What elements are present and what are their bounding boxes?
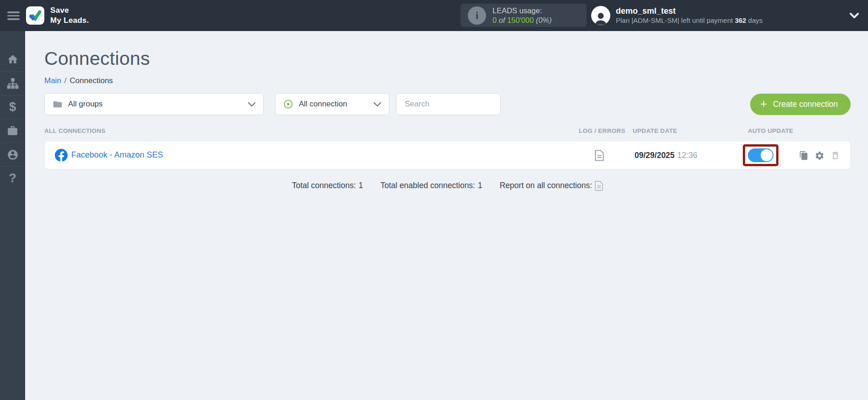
top-bar: Save My Leads. i LEADS usage: 0 of 150'0… <box>0 0 868 31</box>
logo-line2: My Leads. <box>50 16 89 26</box>
facebook-icon <box>55 149 68 162</box>
sidebar-item-home[interactable] <box>0 47 25 71</box>
logo-line1: Save <box>50 5 89 16</box>
column-header-all-connections: ALL CONNECTIONS <box>44 127 106 134</box>
username: demo_sml_test <box>616 6 762 16</box>
play-circle-icon <box>284 100 293 109</box>
leads-usage-value: 0 of 150'000 (0%) <box>492 16 552 25</box>
connection-name-link[interactable]: Facebook - Amazon SES <box>71 150 163 160</box>
user-circle-icon <box>7 149 19 161</box>
update-date-value: 09/29/2025 <box>635 151 675 160</box>
column-header-auto-update: AUTO UPDATE <box>748 127 794 134</box>
row-actions <box>799 150 840 161</box>
briefcase-icon <box>7 125 18 137</box>
summary-row: Total connections:1 Total enabled connec… <box>44 180 851 190</box>
total-enabled-connections-value: 1 <box>478 181 482 190</box>
toggle-knob <box>761 149 773 161</box>
breadcrumb: Main/Connections <box>44 76 851 85</box>
breadcrumb-separator: / <box>64 76 67 85</box>
sidebar-item-services[interactable] <box>0 119 25 142</box>
sidebar-item-profile[interactable] <box>0 142 25 166</box>
dollar-icon: $ <box>9 101 16 113</box>
table-header: ALL CONNECTIONS LOG / ERRORS UPDATE DATE… <box>44 127 851 136</box>
info-icon: i <box>468 6 486 25</box>
folder-icon <box>53 100 62 108</box>
connection-type-dropdown[interactable]: All connection <box>275 93 389 115</box>
home-icon <box>7 53 19 65</box>
highlight-box <box>743 144 778 166</box>
column-header-log-errors: LOG / ERRORS <box>579 127 625 134</box>
report-all-connections: Report on all connections: <box>500 180 603 190</box>
groups-dropdown[interactable]: All groups <box>44 93 264 115</box>
log-document-icon[interactable] <box>595 150 604 161</box>
update-date: 09/29/202512:36 <box>635 151 697 160</box>
update-time-value: 12:36 <box>677 151 698 160</box>
total-connections: Total connections:1 <box>292 181 363 190</box>
sidebar-item-billing[interactable]: $ <box>0 95 25 119</box>
copy-icon[interactable] <box>799 150 809 161</box>
sitemap-icon <box>7 78 19 89</box>
sidebar-item-help[interactable]: ? <box>0 166 25 190</box>
plus-icon: + <box>760 98 767 110</box>
column-header-update-date: UPDATE DATE <box>633 127 677 134</box>
user-icon <box>593 11 609 25</box>
breadcrumb-main-link[interactable]: Main <box>44 76 61 85</box>
gear-icon[interactable] <box>815 151 825 161</box>
chevron-down-icon <box>248 102 256 107</box>
report-document-icon[interactable] <box>595 181 603 191</box>
auto-update-toggle[interactable] <box>748 148 773 162</box>
main-content: Connections Main/Connections All groups … <box>25 31 868 400</box>
checkmark-icon <box>29 10 42 21</box>
sidebar: $ ? <box>0 31 25 400</box>
filters-row: All groups All connection + Create conne… <box>44 93 851 115</box>
total-connections-value: 1 <box>359 181 363 190</box>
leads-usage-panel: i LEADS usage: 0 of 150'000 (0%) <box>460 4 587 27</box>
leads-usage-label: LEADS usage: <box>492 6 552 16</box>
total-enabled-connections: Total enabled connections:1 <box>381 181 482 190</box>
hamburger-menu-icon[interactable] <box>7 11 20 20</box>
search-box <box>396 93 501 115</box>
page-title: Connections <box>44 48 851 69</box>
plan-info: Plan |ADM-SML-SM| left until payment 362… <box>616 16 762 25</box>
logo-wordmark[interactable]: Save My Leads. <box>50 5 89 26</box>
avatar <box>591 6 610 25</box>
trash-icon[interactable] <box>831 150 840 161</box>
create-connection-label: Create connection <box>773 100 838 109</box>
create-connection-button[interactable]: + Create connection <box>750 94 851 115</box>
table-row: Facebook - Amazon SES 09/29/202512:36 <box>44 141 851 169</box>
search-input[interactable] <box>396 93 501 115</box>
connection-type-dropdown-value: All connection <box>299 100 347 109</box>
breadcrumb-current: Connections <box>70 76 113 85</box>
chevron-down-icon[interactable] <box>849 12 860 19</box>
help-icon: ? <box>9 172 16 184</box>
chevron-down-icon <box>373 102 381 107</box>
app-logo[interactable] <box>26 6 44 25</box>
user-menu[interactable]: demo_sml_test Plan |ADM-SML-SM| left unt… <box>591 6 762 25</box>
groups-dropdown-value: All groups <box>68 100 103 109</box>
sidebar-item-connections[interactable] <box>0 71 25 95</box>
